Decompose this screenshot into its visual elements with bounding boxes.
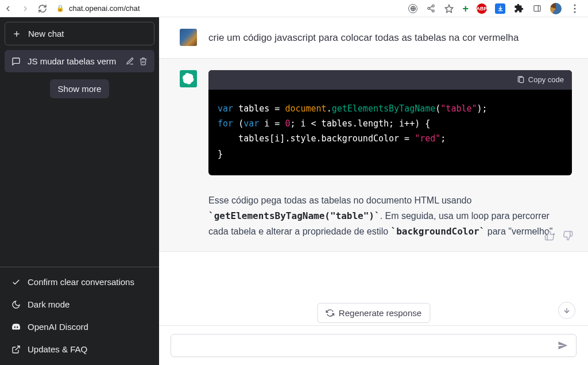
- svg-line-4: [430, 9, 432, 10]
- svg-point-10: [574, 7, 575, 9]
- assistant-message: Copy code var tables = document.getEleme…: [159, 58, 588, 252]
- svg-point-0: [432, 5, 434, 7]
- forward-icon[interactable]: [21, 4, 30, 13]
- reload-icon[interactable]: [38, 4, 47, 13]
- clipboard-icon: [517, 76, 525, 84]
- plus-extension-icon[interactable]: +: [462, 3, 469, 14]
- discord-icon: [11, 322, 21, 332]
- regenerate-icon: [326, 309, 334, 317]
- input-area: Regenerate response: [159, 325, 588, 365]
- thumbs-down-icon[interactable]: [563, 230, 573, 243]
- assistant-avatar: [180, 70, 197, 87]
- svg-point-1: [428, 7, 430, 10]
- code-block: Copy code var tables = document.getEleme…: [208, 70, 572, 175]
- download-extension-icon[interactable]: [495, 3, 505, 14]
- history-item-label: JS mudar tabelas verm: [28, 56, 119, 66]
- updates-faq-link[interactable]: Updates & FAQ: [5, 338, 154, 360]
- svg-line-3: [430, 6, 432, 8]
- svg-line-14: [16, 346, 20, 350]
- user-avatar: [180, 29, 197, 46]
- scroll-to-bottom-button[interactable]: [558, 302, 575, 319]
- url-box[interactable]: 🔒 chat.openai.com/chat: [56, 4, 140, 13]
- extension-area: ⊕ + ABP: [408, 3, 585, 14]
- zoom-icon[interactable]: ⊕: [408, 4, 417, 13]
- svg-point-9: [574, 4, 575, 6]
- svg-rect-7: [533, 6, 540, 11]
- url-text: chat.openai.com/chat: [69, 4, 140, 13]
- moon-icon: [11, 300, 21, 309]
- svg-point-11: [574, 11, 575, 13]
- lock-icon: 🔒: [56, 5, 64, 12]
- code-content: var tables = document.getElementsByTagNa…: [208, 90, 572, 175]
- main-conversation: crie um código javascript para colocar t…: [159, 17, 588, 365]
- thumbs-up-icon[interactable]: [544, 230, 555, 243]
- check-icon: [11, 278, 21, 287]
- bookmark-star-icon[interactable]: [444, 3, 454, 14]
- svg-rect-15: [520, 77, 524, 82]
- share-icon[interactable]: [425, 3, 436, 14]
- show-more-button[interactable]: Show more: [50, 79, 110, 98]
- profile-avatar[interactable]: [550, 3, 562, 14]
- user-message-text: crie um código javascript para colocar t…: [208, 29, 572, 47]
- browser-toolbar: 🔒 chat.openai.com/chat ⊕ + ABP: [0, 0, 588, 17]
- prompt-input[interactable]: [179, 341, 558, 351]
- assistant-explanation: Esse código pega todas as tabelas no doc…: [208, 193, 572, 240]
- kebab-menu-icon[interactable]: [570, 3, 580, 14]
- new-chat-label: New chat: [28, 29, 64, 39]
- extensions-puzzle-icon[interactable]: [513, 3, 524, 14]
- regenerate-response-button[interactable]: Regenerate response: [317, 303, 430, 323]
- sidebar: New chat JS mudar tabelas verm Show more…: [0, 17, 159, 365]
- back-icon[interactable]: [3, 4, 13, 13]
- edit-icon[interactable]: [126, 57, 134, 66]
- feedback-buttons: [544, 230, 573, 243]
- svg-marker-5: [446, 5, 453, 12]
- chevron-down-icon: [563, 306, 571, 314]
- new-chat-button[interactable]: New chat: [5, 22, 154, 45]
- trash-icon[interactable]: [139, 57, 148, 66]
- svg-point-2: [432, 10, 434, 12]
- dark-mode-toggle[interactable]: Dark mode: [5, 293, 154, 316]
- copy-code-button[interactable]: Copy code: [208, 70, 572, 90]
- prompt-box[interactable]: [171, 334, 577, 357]
- chat-icon: [11, 57, 21, 66]
- sidepanel-icon[interactable]: [532, 3, 542, 14]
- user-message: crie um código javascript para colocar t…: [159, 17, 588, 58]
- history-item[interactable]: JS mudar tabelas verm: [5, 50, 154, 72]
- external-link-icon: [11, 345, 21, 354]
- adblock-icon[interactable]: ABP: [477, 3, 487, 14]
- send-icon[interactable]: [558, 340, 568, 351]
- sidebar-separator: [0, 267, 159, 267]
- openai-discord-link[interactable]: OpenAI Discord: [5, 316, 154, 338]
- confirm-clear-conversations[interactable]: Confirm clear conversations: [5, 271, 154, 293]
